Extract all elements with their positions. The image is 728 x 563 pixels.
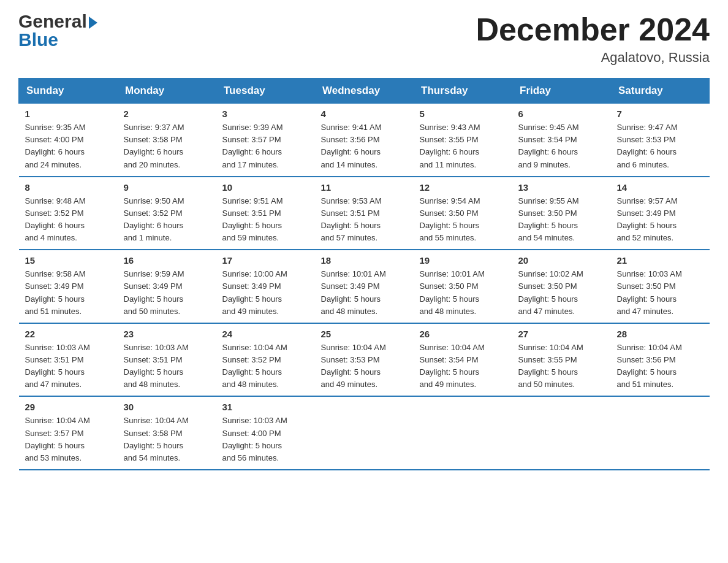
calendar-table: Sunday Monday Tuesday Wednesday Thursday… [18,78,710,470]
calendar-cell-w5-d2: 30Sunrise: 10:04 AM Sunset: 3:58 PM Dayl… [118,396,216,470]
calendar-cell-w2-d3: 10Sunrise: 9:51 AM Sunset: 3:51 PM Dayli… [216,177,315,250]
day-number: 23 [124,329,210,339]
day-number: 17 [222,255,309,266]
header-wednesday: Wednesday [315,79,414,104]
day-info: Sunrise: 10:04 AM Sunset: 3:54 PM Daylig… [420,342,506,391]
calendar-cell-w5-d7 [611,396,710,470]
calendar-cell-w1-d7: 7Sunrise: 9:47 AM Sunset: 3:53 PM Daylig… [611,104,710,177]
calendar-cell-w2-d5: 12Sunrise: 9:54 AM Sunset: 3:50 PM Dayli… [414,177,512,250]
day-number: 9 [124,182,210,193]
day-number: 7 [617,109,703,119]
weekday-header-row: Sunday Monday Tuesday Wednesday Thursday… [19,79,710,104]
calendar-cell-w5-d1: 29Sunrise: 10:04 AM Sunset: 3:57 PM Dayl… [19,396,118,470]
logo-line2: Blue [18,31,97,49]
day-info: Sunrise: 9:37 AM Sunset: 3:58 PM Dayligh… [124,121,210,171]
day-info: Sunrise: 10:04 AM Sunset: 3:53 PM Daylig… [321,342,408,391]
day-number: 25 [321,329,408,339]
calendar-week-1: 1Sunrise: 9:35 AM Sunset: 4:00 PM Daylig… [19,104,710,177]
calendar-cell-w3-d4: 18Sunrise: 10:01 AM Sunset: 3:49 PM Dayl… [315,250,414,323]
day-number: 8 [25,182,112,193]
calendar-week-4: 22Sunrise: 10:03 AM Sunset: 3:51 PM Dayl… [19,323,710,397]
day-info: Sunrise: 9:51 AM Sunset: 3:51 PM Dayligh… [222,195,309,245]
calendar-cell-w3-d6: 20Sunrise: 10:02 AM Sunset: 3:50 PM Dayl… [512,250,611,323]
calendar-cell-w1-d2: 2Sunrise: 9:37 AM Sunset: 3:58 PM Daylig… [118,104,216,177]
day-info: Sunrise: 10:04 AM Sunset: 3:52 PM Daylig… [222,342,309,391]
calendar-cell-w5-d6 [512,396,611,470]
calendar-cell-w2-d1: 8Sunrise: 9:48 AM Sunset: 3:52 PM Daylig… [19,177,118,250]
calendar-week-3: 15Sunrise: 9:58 AM Sunset: 3:49 PM Dayli… [19,250,710,323]
calendar-cell-w2-d2: 9Sunrise: 9:50 AM Sunset: 3:52 PM Daylig… [118,177,216,250]
day-info: Sunrise: 9:50 AM Sunset: 3:52 PM Dayligh… [124,195,210,245]
day-number: 27 [518,329,605,339]
logo: General Blue [18,12,97,49]
day-info: Sunrise: 9:35 AM Sunset: 4:00 PM Dayligh… [25,121,112,171]
calendar-cell-w1-d6: 6Sunrise: 9:45 AM Sunset: 3:54 PM Daylig… [512,104,611,177]
header-sunday: Sunday [19,79,118,104]
day-info: Sunrise: 9:47 AM Sunset: 3:53 PM Dayligh… [617,121,703,171]
calendar-cell-w1-d1: 1Sunrise: 9:35 AM Sunset: 4:00 PM Daylig… [19,104,118,177]
day-number: 14 [617,182,703,193]
day-number: 28 [617,329,703,339]
page-header: General Blue December 2024 Agalatovo, Ru… [18,12,710,66]
calendar-cell-w2-d6: 13Sunrise: 9:55 AM Sunset: 3:50 PM Dayli… [512,177,611,250]
day-number: 21 [617,255,703,266]
day-info: Sunrise: 9:48 AM Sunset: 3:52 PM Dayligh… [25,195,112,245]
calendar-title: December 2024 [476,12,710,47]
calendar-week-2: 8Sunrise: 9:48 AM Sunset: 3:52 PM Daylig… [19,177,710,250]
day-info: Sunrise: 10:03 AM Sunset: 3:51 PM Daylig… [124,342,210,391]
day-info: Sunrise: 10:04 AM Sunset: 3:56 PM Daylig… [617,342,703,391]
calendar-cell-w1-d3: 3Sunrise: 9:39 AM Sunset: 3:57 PM Daylig… [216,104,315,177]
logo-line1: General [18,12,97,31]
calendar-subtitle: Agalatovo, Russia [476,50,710,66]
day-info: Sunrise: 10:04 AM Sunset: 3:57 PM Daylig… [25,415,112,464]
day-number: 5 [420,109,506,119]
calendar-cell-w4-d6: 27Sunrise: 10:04 AM Sunset: 3:55 PM Dayl… [512,323,611,397]
day-number: 13 [518,182,605,193]
day-number: 26 [420,329,506,339]
day-number: 29 [25,402,112,412]
day-info: Sunrise: 9:45 AM Sunset: 3:54 PM Dayligh… [518,121,605,171]
calendar-cell-w3-d3: 17Sunrise: 10:00 AM Sunset: 3:49 PM Dayl… [216,250,315,323]
day-info: Sunrise: 9:55 AM Sunset: 3:50 PM Dayligh… [518,195,605,245]
calendar-cell-w1-d5: 5Sunrise: 9:43 AM Sunset: 3:55 PM Daylig… [414,104,512,177]
day-number: 31 [222,402,309,412]
header-thursday: Thursday [414,79,512,104]
calendar-cell-w4-d3: 24Sunrise: 10:04 AM Sunset: 3:52 PM Dayl… [216,323,315,397]
header-saturday: Saturday [611,79,710,104]
day-info: Sunrise: 10:00 AM Sunset: 3:49 PM Daylig… [222,268,309,318]
day-number: 4 [321,109,408,119]
day-info: Sunrise: 9:53 AM Sunset: 3:51 PM Dayligh… [321,195,408,245]
day-info: Sunrise: 10:01 AM Sunset: 3:49 PM Daylig… [321,268,408,318]
title-area: December 2024 Agalatovo, Russia [476,12,710,66]
calendar-header: Sunday Monday Tuesday Wednesday Thursday… [19,79,710,104]
calendar-cell-w3-d5: 19Sunrise: 10:01 AM Sunset: 3:50 PM Dayl… [414,250,512,323]
day-number: 24 [222,329,309,339]
logo-arrow-icon [89,17,97,29]
calendar-cell-w3-d1: 15Sunrise: 9:58 AM Sunset: 3:49 PM Dayli… [19,250,118,323]
day-info: Sunrise: 10:02 AM Sunset: 3:50 PM Daylig… [518,268,605,318]
day-number: 30 [124,402,210,412]
calendar-cell-w5-d4 [315,396,414,470]
calendar-cell-w4-d7: 28Sunrise: 10:04 AM Sunset: 3:56 PM Dayl… [611,323,710,397]
day-info: Sunrise: 9:57 AM Sunset: 3:49 PM Dayligh… [617,195,703,245]
day-info: Sunrise: 10:01 AM Sunset: 3:50 PM Daylig… [420,268,506,318]
header-tuesday: Tuesday [216,79,315,104]
day-number: 12 [420,182,506,193]
day-info: Sunrise: 9:54 AM Sunset: 3:50 PM Dayligh… [420,195,506,245]
calendar-cell-w5-d5 [414,396,512,470]
day-info: Sunrise: 9:58 AM Sunset: 3:49 PM Dayligh… [25,268,112,318]
day-number: 11 [321,182,408,193]
calendar-cell-w5-d3: 31Sunrise: 10:03 AM Sunset: 4:00 PM Dayl… [216,396,315,470]
day-number: 20 [518,255,605,266]
calendar-cell-w2-d4: 11Sunrise: 9:53 AM Sunset: 3:51 PM Dayli… [315,177,414,250]
calendar-body: 1Sunrise: 9:35 AM Sunset: 4:00 PM Daylig… [19,104,710,470]
day-number: 6 [518,109,605,119]
header-friday: Friday [512,79,611,104]
day-info: Sunrise: 9:39 AM Sunset: 3:57 PM Dayligh… [222,121,309,171]
calendar-cell-w4-d5: 26Sunrise: 10:04 AM Sunset: 3:54 PM Dayl… [414,323,512,397]
day-number: 18 [321,255,408,266]
day-info: Sunrise: 9:59 AM Sunset: 3:49 PM Dayligh… [124,268,210,318]
day-info: Sunrise: 10:04 AM Sunset: 3:58 PM Daylig… [124,415,210,464]
day-info: Sunrise: 10:03 AM Sunset: 3:50 PM Daylig… [617,268,703,318]
day-info: Sunrise: 9:43 AM Sunset: 3:55 PM Dayligh… [420,121,506,171]
